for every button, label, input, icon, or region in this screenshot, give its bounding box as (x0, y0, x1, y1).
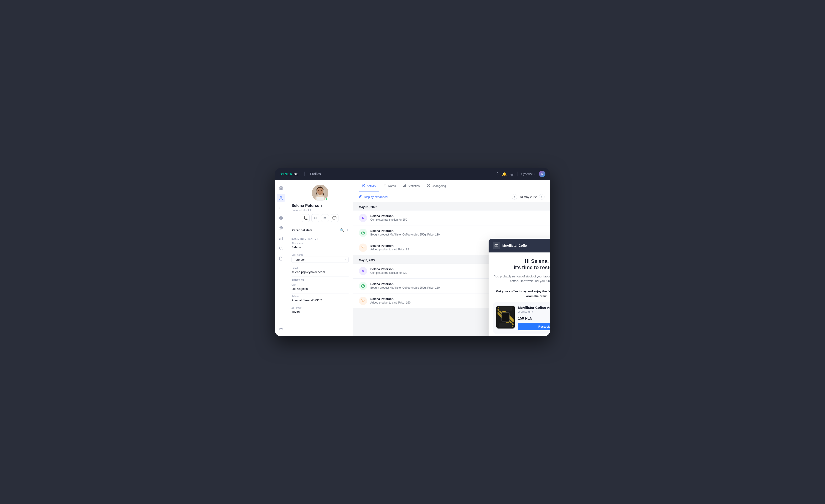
activity-toolbar: Display expanded ‹ 13 May 2022 › (353, 192, 550, 202)
call-button[interactable]: 📞 (302, 214, 310, 222)
date-next-btn[interactable]: › (539, 194, 544, 199)
svg-rect-26 (404, 185, 405, 187)
topbar-user[interactable]: Synerise ▾ (521, 172, 535, 176)
section-title: Personal data (292, 228, 313, 232)
content-area: Activity Notes Statistics (353, 180, 550, 336)
last-name-group: Last name Peterson ✎ (292, 253, 349, 263)
profile-name: Selena Peterson (292, 203, 345, 208)
svg-rect-2 (279, 188, 281, 190)
settings-icon[interactable]: ◎ (510, 172, 514, 176)
activity-item[interactable]: Selena Peterson Bought product McAlliste… (353, 226, 550, 240)
activity-text: Selena Peterson Added product to cart. P… (370, 244, 409, 251)
tab-statistics[interactable]: Statistics (400, 180, 423, 192)
display-expanded-btn[interactable]: Display expanded (359, 195, 387, 199)
city-label: City (292, 283, 349, 286)
address-group: Adress Arsenal Street 4523/82 (292, 295, 349, 303)
date-label: 13 May 2022 (520, 195, 537, 199)
section-label: Profiles (310, 172, 321, 176)
user-avatar[interactable]: S (539, 171, 545, 177)
divider (292, 235, 349, 235)
svg-point-6 (280, 218, 282, 219)
email-title: Hi Selena, it's time to restock! (493, 258, 550, 271)
first-name-label: First name (292, 242, 349, 245)
svg-rect-44 (499, 307, 512, 311)
sidebar-item-reports[interactable] (277, 234, 285, 242)
sidebar-item-profiles[interactable] (277, 194, 285, 202)
product-image (497, 306, 515, 329)
email-group: Email selena.p@keyholder.com (292, 267, 349, 274)
collapse-icon[interactable]: ∧ (346, 228, 349, 232)
product-sku: WM457-99X (518, 311, 550, 314)
profile-menu-btn[interactable]: ··· (345, 206, 349, 211)
zip-group: ZIP code 48756 (292, 306, 349, 314)
activity-name: Selena Peterson (370, 214, 407, 218)
date-nav: ‹ 13 May 2022 › (512, 194, 544, 199)
sidebar-item-files[interactable] (277, 254, 285, 262)
last-name-text: Peterson (294, 258, 305, 261)
activity-icon-bg (359, 244, 367, 252)
address-value: Arsenal Street 4523/82 (292, 298, 349, 303)
tab-activity[interactable]: Activity (359, 180, 379, 192)
svg-point-12 (279, 247, 282, 249)
svg-point-8 (279, 226, 283, 230)
edit-icon: ✎ (344, 258, 347, 261)
tab-changelog[interactable]: Changelog (424, 180, 449, 192)
svg-point-31 (361, 231, 365, 234)
sidebar-item-settings[interactable] (277, 324, 285, 332)
product-price: 150 PLN (518, 316, 550, 321)
profile-avatar-wrap (312, 185, 328, 201)
notifications-icon[interactable]: 🔔 (502, 172, 507, 176)
coffee-bag-image (498, 307, 514, 327)
sidebar-item-grid[interactable] (277, 184, 285, 192)
search-icon[interactable]: 🔍 (340, 228, 344, 232)
activity-item[interactable]: $ Selena Peterson Completed transaction … (353, 211, 550, 226)
sidebar-item-campaigns[interactable] (277, 204, 285, 212)
email-icon (493, 242, 500, 249)
tab-notes[interactable]: Notes (380, 180, 399, 192)
divider (292, 305, 349, 305)
comment-button[interactable]: 💬 (331, 214, 339, 222)
dollar-icon: $ (362, 269, 364, 273)
svg-point-33 (364, 249, 364, 249)
activity-text: Selena Peterson Bought product McAlliste… (370, 282, 440, 289)
display-expanded-label: Display expanded (364, 195, 387, 199)
email-popup-header: McAllister Coffe (489, 239, 550, 252)
date-prev-btn[interactable]: ‹ (512, 194, 517, 199)
tab-notes-label: Notes (388, 184, 396, 188)
first-name-group: First name Selena (292, 242, 349, 249)
email-button[interactable]: ✉ (311, 214, 319, 222)
copy-button[interactable]: ⧉ (321, 214, 329, 222)
activity-name: Selena Peterson (370, 282, 440, 286)
activity-tab-icon (362, 184, 365, 188)
divider (292, 276, 349, 277)
personal-data-section: Personal data 🔍 ∧ BASIC INFORMATION Firs… (287, 225, 353, 319)
svg-rect-27 (405, 184, 406, 187)
date-group-header-1: May 31, 2022 (353, 202, 550, 211)
email-body-bold: Get your coffee today and enjoy the fant… (493, 289, 550, 299)
svg-point-4 (280, 196, 282, 198)
svg-point-17 (317, 187, 323, 195)
svg-rect-9 (279, 239, 280, 240)
svg-rect-43 (502, 313, 510, 322)
svg-point-32 (363, 249, 363, 249)
help-icon[interactable]: ? (497, 172, 499, 176)
sidebar-item-search[interactable] (277, 244, 285, 252)
svg-point-18 (318, 190, 319, 191)
activity-icon-bg (359, 297, 367, 305)
profile-actions: 📞 ✉ ⧉ 💬 (302, 214, 339, 222)
email-sender: McAllister Coffe (502, 244, 527, 247)
divider (292, 252, 349, 252)
activity-desc: Completed transaction for 250 (370, 218, 407, 221)
svg-rect-24 (384, 184, 386, 187)
sidebar-item-analytics[interactable] (277, 214, 285, 222)
restock-button[interactable]: Restock now (518, 323, 550, 330)
city-group: City Los Angeles (292, 283, 349, 291)
email-value: selena.p@keyholder.com (292, 270, 349, 274)
svg-point-30 (360, 196, 361, 197)
eye-icon (359, 195, 363, 199)
svg-point-23 (363, 185, 364, 186)
sidebar-item-automation[interactable] (277, 224, 285, 232)
last-name-input[interactable]: Peterson ✎ (292, 257, 349, 263)
tab-statistics-label: Statistics (408, 184, 420, 188)
topbar-right: ? 🔔 ◎ Synerise ▾ S (497, 171, 545, 177)
